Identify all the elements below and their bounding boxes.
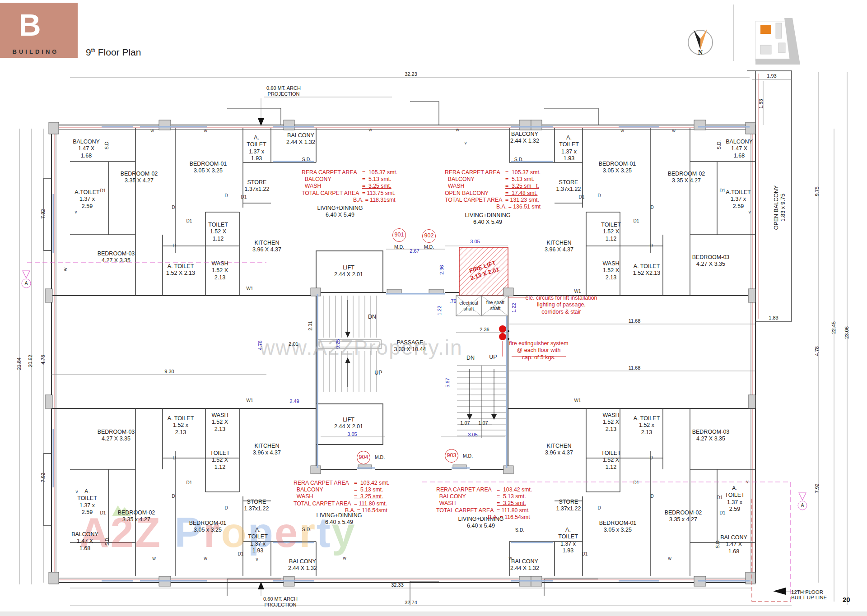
watermark-letter: o <box>221 509 248 556</box>
watermark-letter: r <box>204 509 221 556</box>
watermark-letter: 2 <box>110 509 135 556</box>
building-word: BUILDING <box>0 48 71 55</box>
watermark-letter: p <box>248 509 275 556</box>
watermark-letter: P <box>174 509 203 556</box>
watermark-letter: y <box>332 509 356 556</box>
rera-area-block: RERA CARPET AREA= 103.42 smt. BALCONY= 5… <box>294 480 389 514</box>
rera-area-block: RERA CARPET AREA= 103.42 smt. BALCONY= 5… <box>436 486 532 521</box>
watermark-letter: A <box>79 509 110 556</box>
rera-area-block: RERA CARPET AREA= 105.37 smt. BALCONY= 5… <box>302 169 397 204</box>
watermark-center: www.A2ZProperty.in <box>260 335 462 360</box>
bottom-bar <box>0 611 867 616</box>
floor-plan-page: www.A2ZProperty.in A2Z Property B BUILDI… <box>0 0 867 616</box>
unit-number-badge: 902 <box>422 229 436 243</box>
site-key-icon <box>755 18 800 65</box>
watermark-mountain-icon <box>112 505 132 516</box>
north-compass-icon <box>688 29 713 55</box>
watermark-letter: r <box>299 509 317 556</box>
building-letter: B <box>0 7 60 42</box>
unit-number-badge: 903 <box>445 449 458 463</box>
page-title: 9th Floor Plan <box>86 47 141 58</box>
built-up-line-note: 12TH FLOOR BUILT UP LINE <box>791 589 827 600</box>
watermark-letter: t <box>317 509 332 556</box>
unit-number-badge: 901 <box>392 228 406 242</box>
watermark-letter <box>162 509 175 556</box>
watermark-letter: e <box>275 509 299 556</box>
watermark-letter: Z <box>135 509 162 556</box>
unit-number-badge: 904 <box>357 451 370 464</box>
page-number: 20 <box>843 596 850 603</box>
rera-area-block: RERA CARPET AREA= 105.37 smt. BALCONY= 5… <box>445 169 541 210</box>
building-logo: B BUILDING <box>0 3 78 58</box>
